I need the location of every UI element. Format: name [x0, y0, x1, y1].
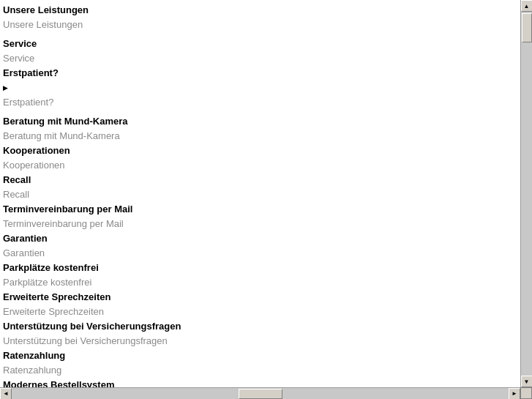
- item-label: Unsere Leistungen: [3, 18, 83, 31]
- list-item[interactable]: Parkplätze kostenfrei: [0, 275, 520, 290]
- scroll-up-button[interactable]: ▲: [521, 0, 533, 12]
- scroll-track-h: [12, 388, 509, 399]
- scroll-thumb-v[interactable]: [522, 13, 532, 42]
- list-item[interactable]: Recall: [0, 187, 520, 202]
- list-item[interactable]: Unterstützung bei Versicherungsfragen: [0, 319, 520, 334]
- list-item[interactable]: Terminvereinbarung per Mail: [0, 202, 520, 217]
- item-label: Recall: [3, 188, 29, 201]
- item-label: Kooperationen: [3, 159, 65, 172]
- item-label: Terminvereinbarung per Mail: [3, 217, 124, 231]
- scroll-down-button[interactable]: ▼: [521, 376, 533, 387]
- scroll-track-v: [521, 12, 532, 376]
- item-label: Garantien: [3, 247, 45, 260]
- item-label: Service: [3, 37, 37, 51]
- item-label: Kooperationen: [3, 144, 70, 157]
- list-item[interactable]: Erstpatient?: [0, 95, 520, 110]
- list-item[interactable]: Ratenzahlung: [0, 363, 520, 378]
- list-item[interactable]: Terminvereinbarung per Mail: [0, 217, 520, 231]
- scroll-thumb-h[interactable]: [239, 389, 282, 399]
- list-item[interactable]: Ratenzahlung: [0, 348, 520, 363]
- list-item[interactable]: Beratung mit Mund-Kamera: [0, 114, 520, 129]
- list-item[interactable]: ▶: [0, 81, 520, 95]
- item-label: Parkplätze kostenfrei: [3, 261, 99, 275]
- item-label: Garantien: [3, 232, 48, 245]
- item-label: Ratenzahlung: [3, 349, 65, 362]
- list-item[interactable]: Parkplätze kostenfrei: [0, 261, 520, 275]
- item-label: Erstpatient?: [3, 96, 53, 109]
- list-item[interactable]: Unsere Leistungen: [0, 3, 520, 18]
- item-label: Erweiterte Sprechzeiten: [3, 291, 110, 304]
- list-item[interactable]: Service: [0, 37, 520, 51]
- item-label: Beratung mit Mund-Kamera: [3, 130, 120, 143]
- item-label: Beratung mit Mund-Kamera: [3, 115, 127, 128]
- scroll-left-button[interactable]: ◄: [0, 388, 12, 400]
- content-area: Unsere LeistungenUnsere LeistungenServic…: [0, 0, 520, 387]
- list-item[interactable]: Recall: [0, 173, 520, 187]
- item-label: Terminvereinbarung per Mail: [3, 203, 132, 216]
- item-label: Service: [3, 52, 34, 65]
- list-item[interactable]: Kooperationen: [0, 143, 520, 158]
- item-label: Erstpatient?: [3, 67, 59, 80]
- list-item[interactable]: Garantien: [0, 231, 520, 246]
- item-label: Parkplätze kostenfrei: [3, 276, 91, 289]
- horizontal-scrollbar: ◄ ►: [0, 387, 520, 399]
- item-label: Unsere Leistungen: [3, 4, 89, 17]
- list-item[interactable]: Unterstützung bei Versicherungsfragen: [0, 334, 520, 348]
- list-item[interactable]: Beratung mit Mund-Kamera: [0, 129, 520, 143]
- item-label: Ratenzahlung: [3, 364, 61, 377]
- scroll-right-button[interactable]: ►: [509, 388, 520, 400]
- item-label: Unterstützung bei Versicherungsfragen: [3, 335, 168, 348]
- item-label: Modernes Bestellsystem: [3, 379, 114, 387]
- expand-arrow-icon: ▶: [3, 81, 12, 94]
- list-item[interactable]: Kooperationen: [0, 158, 520, 173]
- list-item[interactable]: Garantien: [0, 246, 520, 261]
- scrollbar-corner: [520, 387, 532, 399]
- list-item[interactable]: Erstpatient?: [0, 66, 520, 81]
- main-container: Unsere LeistungenUnsere LeistungenServic…: [0, 0, 532, 399]
- item-label: Recall: [3, 174, 31, 187]
- list-container: Unsere LeistungenUnsere LeistungenServic…: [0, 3, 520, 387]
- item-label: Erweiterte Sprechzeiten: [3, 305, 104, 318]
- item-label: Unterstützung bei Versicherungsfragen: [3, 320, 181, 333]
- list-item[interactable]: Service: [0, 51, 520, 66]
- list-item[interactable]: Modernes Bestellsystem: [0, 378, 520, 387]
- list-item[interactable]: Unsere Leistungen: [0, 18, 520, 32]
- list-item[interactable]: Erweiterte Sprechzeiten: [0, 305, 520, 319]
- list-item[interactable]: Erweiterte Sprechzeiten: [0, 290, 520, 305]
- vertical-scrollbar: ▲ ▼: [520, 0, 532, 387]
